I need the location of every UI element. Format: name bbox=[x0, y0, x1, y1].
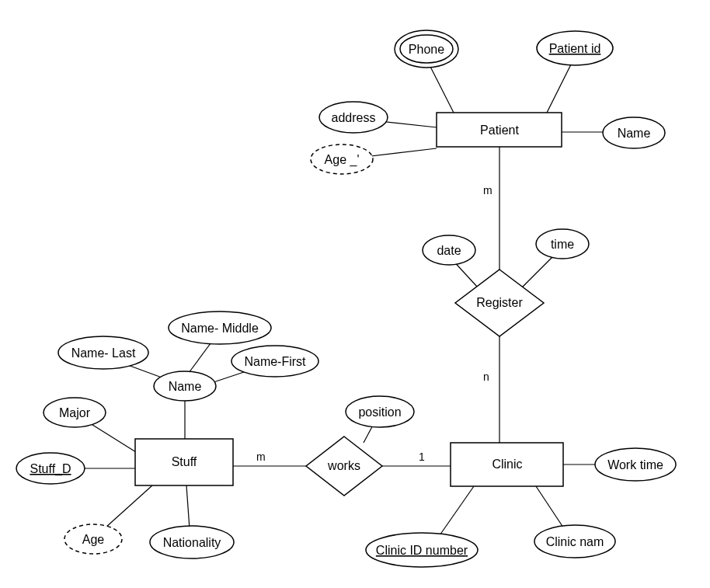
attr-patient-age-label: Age _' bbox=[325, 153, 360, 167]
attr-name-last-label: Name- Last bbox=[71, 346, 136, 360]
attr-clinic-id-label: Clinic ID number bbox=[376, 544, 468, 557]
attr-major-label: Major bbox=[59, 406, 91, 419]
relationship-works-label: works bbox=[327, 459, 360, 472]
relationship-register-label: Register bbox=[476, 296, 523, 309]
attr-name-first-label: Name-First bbox=[244, 355, 306, 368]
attr-clinic-name-label: Clinic nam bbox=[546, 535, 604, 548]
card-clinic-register: n bbox=[483, 371, 489, 383]
attr-reg-time-label: time bbox=[551, 238, 574, 251]
attr-reg-date-label: date bbox=[437, 244, 461, 257]
er-diagram-canvas: Patient Phone Patient id address Name Ag… bbox=[0, 0, 710, 588]
entity-patient-label: Patient bbox=[480, 124, 519, 137]
entity-stuff-label: Stuff bbox=[172, 455, 197, 468]
attr-stuff-d-label: Stuff_D bbox=[30, 462, 71, 476]
attr-stuff-name-label: Name bbox=[169, 380, 202, 393]
card-clinic-works: 1 bbox=[419, 451, 425, 463]
card-stuff-works: m bbox=[256, 451, 266, 463]
attr-nationality-label: Nationality bbox=[163, 536, 221, 549]
attr-name-middle-label: Name- Middle bbox=[181, 322, 259, 335]
attr-position-label: position bbox=[358, 405, 401, 419]
card-patient-register: m bbox=[483, 184, 492, 197]
attr-work-time-label: Work time bbox=[607, 458, 663, 471]
attr-address-label: address bbox=[332, 111, 376, 124]
attr-patient-name-label: Name bbox=[618, 127, 651, 140]
attr-stuff-age-label: Age bbox=[82, 533, 105, 546]
entity-clinic-label: Clinic bbox=[492, 458, 522, 471]
attr-phone-label: Phone bbox=[409, 43, 444, 56]
attr-patient-id-label: Patient id bbox=[549, 42, 601, 55]
